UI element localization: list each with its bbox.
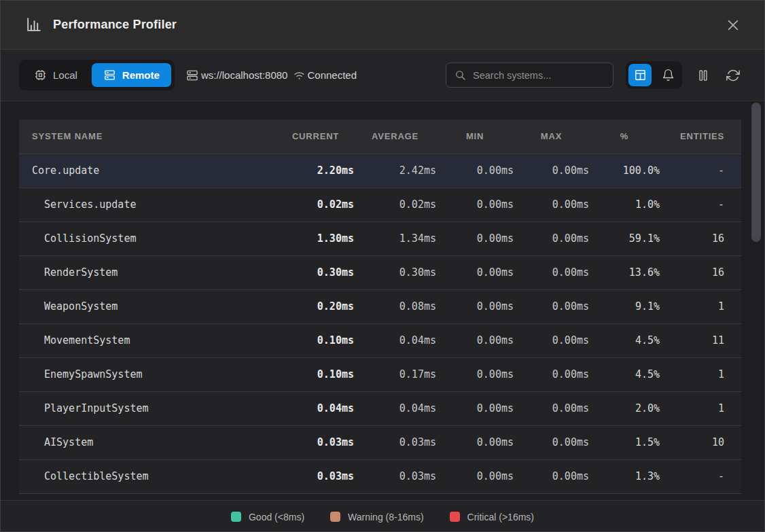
- refresh-button[interactable]: [724, 67, 742, 84]
- column-header-percent[interactable]: %: [589, 120, 660, 154]
- remote-mode-button[interactable]: Remote: [92, 63, 171, 87]
- performance-profiler-window: Performance Profiler: [0, 0, 765, 532]
- max-cell: 0.00ms: [514, 188, 589, 221]
- system-name-cell: AISystem: [19, 425, 277, 459]
- percent-cell: 9.1%: [589, 289, 660, 323]
- legend-label: Good (<8ms): [249, 512, 304, 522]
- current-cell: 1.30ms: [277, 221, 354, 255]
- max-cell: 0.00ms: [514, 221, 589, 255]
- current-cell: 0.04ms: [277, 391, 354, 425]
- critical-swatch: [450, 512, 460, 522]
- table-row[interactable]: Services.update 0.02ms 0.02ms 0.00ms 0.0…: [19, 188, 741, 221]
- system-name-cell: CollisionSystem: [19, 221, 277, 255]
- bar-chart-icon: [25, 16, 42, 33]
- min-cell: 0.00ms: [436, 391, 514, 425]
- system-name-cell: Services.update: [19, 188, 277, 221]
- entities-cell: 16: [660, 221, 741, 255]
- current-cell: 0.10ms: [277, 323, 354, 357]
- table-row[interactable]: WeaponSystem 0.20ms 0.08ms 0.00ms 0.00ms…: [19, 289, 741, 323]
- table-row[interactable]: CollectibleSystem 0.03ms 0.03ms 0.00ms 0…: [19, 459, 741, 493]
- column-header-current[interactable]: CURRENT: [277, 120, 354, 154]
- max-cell: 0.00ms: [514, 289, 589, 323]
- current-cell: 0.02ms: [277, 188, 354, 221]
- search-icon: [455, 69, 466, 81]
- local-mode-label: Local: [53, 69, 77, 81]
- percent-cell: 1.0%: [589, 188, 660, 221]
- percent-cell: 59.1%: [589, 221, 660, 255]
- search-input[interactable]: [473, 70, 605, 81]
- column-header-min[interactable]: MIN: [436, 120, 514, 154]
- entities-cell: 1: [660, 357, 741, 391]
- system-name-cell: CollectibleSystem: [19, 459, 277, 493]
- table-row[interactable]: MovementSystem 0.10ms 0.04ms 0.00ms 0.00…: [19, 323, 741, 357]
- column-header-average[interactable]: AVERAGE: [354, 120, 436, 154]
- column-header-system-name[interactable]: SYSTEM NAME: [19, 120, 277, 154]
- connection-url: ws://localhost:8080: [201, 69, 288, 81]
- table-row[interactable]: AISystem 0.03ms 0.03ms 0.00ms 0.00ms 1.5…: [19, 425, 741, 459]
- min-cell: 0.00ms: [436, 188, 514, 221]
- column-header-entities[interactable]: ENTITIES: [660, 120, 741, 154]
- warning-swatch: [330, 512, 340, 522]
- percent-cell: 100.0%: [589, 154, 660, 188]
- legend-label: Critical (>16ms): [467, 512, 534, 522]
- alerts-button[interactable]: [656, 64, 679, 86]
- current-cell: 0.03ms: [277, 425, 354, 459]
- legend-item-good: Good (<8ms): [231, 512, 304, 522]
- cpu-chip-icon: [34, 69, 47, 82]
- average-cell: 0.04ms: [354, 323, 436, 357]
- toolbar-right: [446, 61, 742, 89]
- table-header-row: SYSTEM NAME CURRENT AVERAGE MIN MAX % EN…: [19, 120, 741, 154]
- entities-cell: 16: [660, 255, 741, 289]
- percent-cell: 2.0%: [589, 391, 660, 425]
- average-cell: 0.03ms: [354, 425, 436, 459]
- toolbar-left: Local Remote: [19, 60, 357, 90]
- average-cell: 2.42ms: [354, 154, 436, 188]
- server-icon: [103, 69, 116, 82]
- bell-icon: [662, 69, 675, 82]
- current-cell: 0.30ms: [277, 255, 354, 289]
- system-name-cell: PlayerInputSystem: [19, 391, 277, 425]
- max-cell: 0.00ms: [514, 154, 589, 188]
- entities-cell: 10: [660, 425, 741, 459]
- scrollbar-thumb[interactable]: [751, 103, 761, 242]
- window-header: Performance Profiler: [1, 1, 764, 50]
- percent-cell: 13.6%: [589, 255, 660, 289]
- column-header-max[interactable]: MAX: [514, 120, 589, 154]
- pause-button[interactable]: [694, 67, 712, 84]
- entities-cell: 1: [660, 289, 741, 323]
- system-name-cell: RenderSystem: [19, 255, 277, 289]
- min-cell: 0.00ms: [436, 459, 514, 493]
- entities-cell: -: [660, 459, 741, 493]
- percent-cell: 4.5%: [589, 323, 660, 357]
- local-mode-button[interactable]: Local: [22, 63, 89, 87]
- average-cell: 0.17ms: [354, 357, 436, 391]
- connection-status: Connected: [307, 69, 357, 81]
- legend-footer: Good (<8ms) Warning (8-16ms) Critical (>…: [1, 500, 764, 532]
- current-cell: 2.20ms: [277, 154, 354, 188]
- average-cell: 1.34ms: [354, 221, 436, 255]
- legend-label: Warning (8-16ms): [348, 512, 424, 522]
- average-cell: 0.30ms: [354, 255, 436, 289]
- table-view-button[interactable]: [628, 64, 652, 86]
- table-row[interactable]: CollisionSystem 1.30ms 1.34ms 0.00ms 0.0…: [19, 221, 741, 255]
- table-row[interactable]: PlayerInputSystem 0.04ms 0.04ms 0.00ms 0…: [19, 391, 741, 425]
- close-icon: [726, 18, 741, 33]
- table-row[interactable]: EnemySpawnSystem 0.10ms 0.17ms 0.00ms 0.…: [19, 357, 741, 391]
- search-box: [446, 63, 613, 88]
- percent-cell: 4.5%: [589, 357, 660, 391]
- server-icon: [185, 69, 199, 82]
- close-button[interactable]: [724, 16, 743, 35]
- title-group: Performance Profiler: [25, 16, 177, 33]
- table-row[interactable]: RenderSystem 0.30ms 0.30ms 0.00ms 0.00ms…: [19, 255, 741, 289]
- good-swatch: [231, 512, 241, 522]
- average-cell: 0.04ms: [354, 391, 436, 425]
- wifi-icon: [293, 69, 306, 82]
- min-cell: 0.00ms: [436, 255, 514, 289]
- pause-icon: [696, 69, 710, 82]
- max-cell: 0.00ms: [514, 391, 589, 425]
- legend-item-warning: Warning (8-16ms): [330, 512, 424, 522]
- current-cell: 0.20ms: [277, 289, 354, 323]
- table-row[interactable]: Core.update 2.20ms 2.42ms 0.00ms 0.00ms …: [19, 154, 741, 188]
- max-cell: 0.00ms: [514, 425, 589, 459]
- refresh-icon: [726, 69, 740, 82]
